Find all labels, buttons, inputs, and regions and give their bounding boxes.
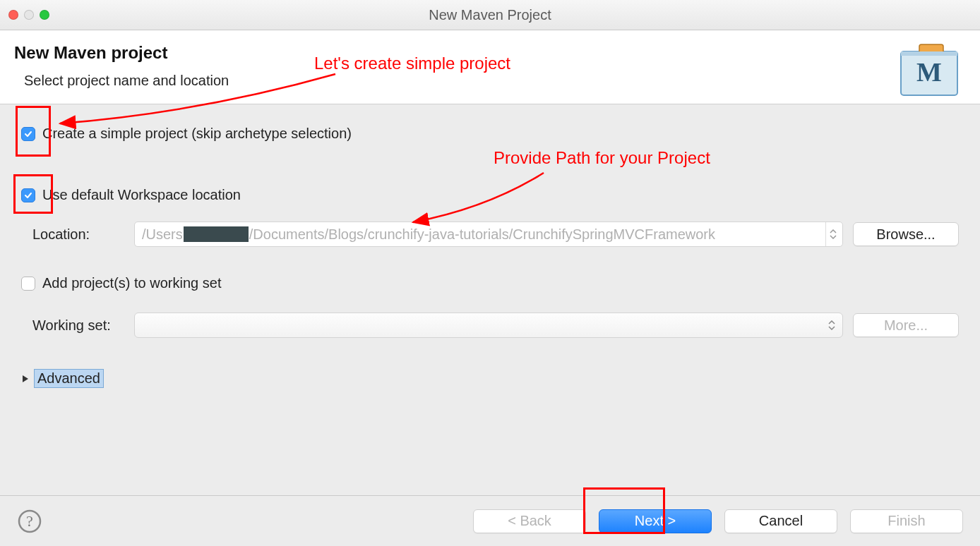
back-button: < Back [473,509,586,533]
browse-button[interactable]: Browse... [853,222,959,246]
simple-project-row: Create a simple project (skip archetype … [21,126,959,142]
finish-button: Finish [850,509,963,533]
maven-icon: M [898,42,960,98]
simple-project-label: Create a simple project (skip archetype … [42,126,352,142]
window-controls [8,10,49,20]
footer-buttons: < Back Next > Cancel Finish [473,509,963,533]
wizard-title: New Maven project [14,43,966,63]
svg-text:M: M [916,57,942,87]
simple-project-checkbox[interactable] [21,127,35,141]
default-workspace-row: Use default Workspace location [21,187,959,203]
wizard-content: Create a simple project (skip archetype … [0,104,980,395]
advanced-toggle[interactable]: Advanced [21,369,959,388]
wizard-header: New Maven project Select project name an… [0,30,980,104]
location-row: Location: /Users/Documents/Blogs/crunchi… [32,222,959,247]
location-redacted [184,226,249,242]
titlebar: New Maven Project [0,0,980,30]
svg-rect-2 [901,51,957,56]
default-workspace-label: Use default Workspace location [42,187,241,203]
workingset-combo[interactable] [134,313,843,338]
close-window-button[interactable] [8,10,18,20]
location-combo-arrows[interactable] [825,222,839,246]
location-value-suffix: /Documents/Blogs/crunchify-java-tutorial… [249,226,715,243]
svg-text:?: ? [26,512,33,530]
help-button[interactable]: ? [17,509,42,534]
wizard-footer: ? < Back Next > Cancel Finish [0,495,980,546]
location-value-prefix: /Users [142,226,183,243]
next-button[interactable]: Next > [599,509,712,533]
add-workingset-label: Add project(s) to working set [42,275,221,291]
location-combo[interactable]: /Users/Documents/Blogs/crunchify-java-tu… [134,222,843,247]
minimize-window-button [24,10,34,20]
advanced-label: Advanced [34,369,104,388]
cancel-button[interactable]: Cancel [724,509,837,533]
workingset-label: Working set: [32,317,124,334]
chevron-right-icon [21,374,30,384]
wizard-subtitle: Select project name and location [24,73,966,89]
more-button: More... [853,313,959,337]
location-label: Location: [32,226,124,243]
workingset-row: Working set: More... [32,313,959,338]
default-workspace-checkbox[interactable] [21,188,35,202]
add-workingset-row: Add project(s) to working set [21,275,959,291]
window-title: New Maven Project [0,7,980,23]
workingset-combo-arrows[interactable] [824,313,839,337]
maximize-window-button[interactable] [40,10,49,20]
add-workingset-checkbox[interactable] [21,277,35,291]
